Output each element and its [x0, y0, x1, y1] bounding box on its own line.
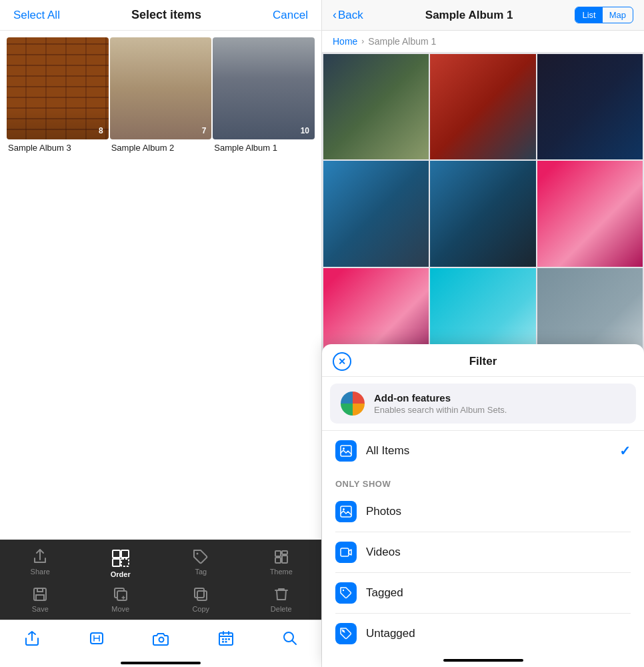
- filter-untagged[interactable]: Untagged: [322, 614, 644, 654]
- share-toolbar-item[interactable]: Share: [17, 549, 63, 578]
- untagged-label: Untagged: [366, 627, 631, 640]
- share-label: Share: [31, 568, 50, 576]
- album-name-3: Sample Album 3: [7, 143, 109, 153]
- svg-rect-5: [275, 551, 281, 556]
- addon-icon: [341, 392, 365, 416]
- tag-icon: [193, 549, 209, 565]
- filter-tagged[interactable]: Tagged: [322, 573, 644, 613]
- right-header: ‹ Back Sample Album 1 List Map: [322, 0, 644, 31]
- save-label: Save: [32, 605, 49, 613]
- left-panel: Select All Select items Cancel 8 Sample …: [0, 0, 322, 667]
- home-indicator-left: [121, 662, 201, 664]
- image-icon: [340, 445, 352, 457]
- album-thumb-1: 10: [213, 37, 315, 139]
- home-indicator-right: [443, 659, 523, 662]
- photo-cell-5[interactable]: [430, 161, 535, 266]
- order-toolbar-item[interactable]: Order: [97, 549, 144, 578]
- save-icon: [32, 586, 48, 602]
- album-thumb-img-2: [110, 37, 212, 139]
- untag-icon: [340, 628, 352, 640]
- view-toggle: List Map: [575, 7, 633, 23]
- theme-label: Theme: [270, 568, 293, 576]
- photo-cell-4[interactable]: [323, 161, 429, 266]
- filter-all-items[interactable]: All Items ✓: [322, 430, 644, 471]
- svg-point-15: [159, 638, 163, 642]
- photos-label: Photos: [366, 505, 631, 518]
- map-view-button[interactable]: Map: [603, 7, 633, 23]
- svg-rect-6: [282, 551, 287, 554]
- svg-rect-0: [113, 550, 120, 558]
- svg-point-4: [197, 553, 199, 555]
- delete-label: Delete: [271, 605, 292, 613]
- addon-subtitle: Enables search within Album Sets.: [374, 405, 507, 415]
- theme-icon: [273, 549, 289, 565]
- toolbar-row-2: Save Move Copy: [0, 582, 321, 617]
- album-thumb-img-3: [7, 37, 109, 139]
- photo-cell-6[interactable]: [537, 161, 643, 266]
- album-name-2: Sample Album 2: [110, 143, 212, 153]
- move-toolbar-item[interactable]: Move: [97, 586, 144, 613]
- photo-cell-1[interactable]: [323, 54, 429, 159]
- album-count-2: 7: [202, 126, 207, 135]
- album-item-3[interactable]: 8 Sample Album 3: [7, 37, 109, 285]
- order-label: Order: [111, 570, 131, 578]
- videos-label: Videos: [366, 546, 631, 559]
- addon-text-group: Add-on features Enables search within Al…: [374, 392, 507, 415]
- filter-photos[interactable]: Photos: [322, 492, 644, 532]
- nav-calendar[interactable]: [210, 628, 242, 648]
- addon-banner: Add-on features Enables search within Al…: [330, 384, 636, 424]
- back-label: Back: [338, 9, 363, 22]
- tagged-label: Tagged: [366, 586, 631, 600]
- albums-grid: 8 Sample Album 3 7 Sample Album 2 10 Sam…: [0, 31, 321, 292]
- tagged-option-icon: [335, 582, 357, 604]
- album-thumb-2: 7: [110, 37, 212, 139]
- album-count-1: 10: [301, 126, 309, 135]
- delete-icon: [273, 586, 289, 602]
- tag-toolbar-item[interactable]: Tag: [177, 549, 224, 578]
- svg-point-28: [343, 590, 344, 591]
- breadcrumb-home[interactable]: Home: [333, 36, 357, 47]
- nav-crop[interactable]: [81, 628, 113, 648]
- album-item-2[interactable]: 7 Sample Album 2: [110, 37, 212, 285]
- svg-rect-12: [195, 588, 204, 598]
- svg-rect-11: [117, 591, 127, 600]
- svg-rect-13: [197, 591, 207, 600]
- nav-camera[interactable]: [145, 628, 178, 648]
- theme-toolbar-item[interactable]: Theme: [258, 549, 305, 578]
- album-thumb-img-1: [213, 37, 315, 139]
- nav-share[interactable]: [16, 628, 48, 648]
- breadcrumb-separator: ›: [361, 37, 364, 46]
- album-name-1: Sample Album 1: [213, 143, 315, 153]
- all-items-icon: [335, 440, 357, 462]
- copy-label: Copy: [192, 605, 209, 613]
- photos-option-icon: [335, 501, 357, 522]
- tag-label: Tag: [195, 568, 207, 576]
- photo-cell-3[interactable]: [537, 54, 643, 159]
- nav-camera-icon: [153, 631, 170, 646]
- nav-calendar-icon: [218, 631, 234, 646]
- delete-toolbar-item[interactable]: Delete: [258, 586, 305, 613]
- select-all-button[interactable]: Select All: [13, 9, 60, 22]
- breadcrumb: Home › Sample Album 1: [322, 31, 644, 53]
- svg-rect-2: [113, 559, 120, 566]
- filter-header: ✕ Filter: [322, 344, 644, 377]
- photo-cell-2[interactable]: [430, 54, 535, 159]
- copy-toolbar-item[interactable]: Copy: [177, 586, 224, 613]
- filter-close-button[interactable]: ✕: [333, 352, 351, 371]
- filter-videos[interactable]: Videos: [322, 532, 644, 572]
- cancel-button[interactable]: Cancel: [273, 9, 308, 22]
- list-view-button[interactable]: List: [575, 7, 602, 23]
- save-toolbar-item[interactable]: Save: [17, 586, 63, 613]
- album-item-1[interactable]: 10 Sample Album 1: [213, 37, 315, 285]
- photo-icon: [340, 506, 352, 518]
- svg-rect-20: [222, 641, 224, 643]
- right-panel-title: Sample Album 1: [425, 9, 513, 22]
- nav-search[interactable]: [275, 628, 305, 648]
- nav-search-icon: [283, 631, 297, 646]
- back-button[interactable]: ‹ Back: [333, 8, 363, 22]
- svg-point-26: [343, 508, 345, 510]
- toolbar-row-1: Share Order Tag: [0, 545, 321, 582]
- svg-rect-1: [121, 550, 129, 558]
- bottom-nav: [0, 620, 321, 662]
- left-toolbar: Share Order Tag: [0, 540, 321, 620]
